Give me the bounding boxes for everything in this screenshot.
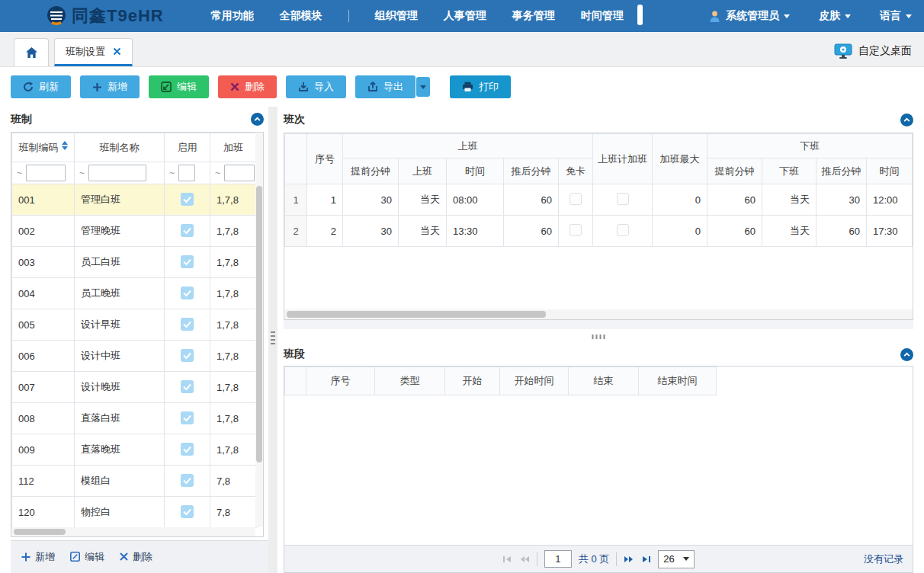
navbar-right: 系统管理员 皮肤 语言 — [708, 0, 912, 32]
table-row[interactable]: 005设计早班1,7,8 — [12, 309, 257, 341]
col-header-on-day[interactable]: 上班 — [399, 158, 447, 184]
table-row[interactable]: 112模组白7,8 — [12, 466, 257, 497]
skin-menu[interactable]: 皮肤 — [819, 9, 851, 23]
col-header-off-time[interactable]: 时间 — [867, 158, 913, 184]
customize-desktop-button[interactable]: 自定义桌面 — [834, 43, 912, 59]
horizontal-scrollbar[interactable] — [11, 527, 255, 536]
col-header-post-minutes[interactable]: 推后分钟 — [504, 158, 559, 184]
collapse-button[interactable] — [900, 348, 913, 361]
user-menu[interactable]: 系统管理员 — [708, 9, 790, 23]
vertical-splitter[interactable] — [268, 107, 278, 573]
menu-affairs-management[interactable]: 事务管理 — [512, 9, 555, 23]
col-header-start[interactable]: 开始 — [445, 367, 500, 395]
checkbox-checked-icon[interactable] — [181, 255, 194, 268]
refresh-icon — [23, 82, 34, 92]
col-header-off-day[interactable]: 下班 — [762, 158, 817, 184]
checkbox-checked-icon[interactable] — [181, 443, 194, 456]
checkbox-unchecked-icon[interactable] — [569, 224, 582, 236]
table-row[interactable]: 001管理白班1,7,8 — [12, 184, 257, 216]
col-header-pre-minutes[interactable]: 提前分钟 — [343, 158, 399, 184]
menu-org-management[interactable]: 组织管理 — [375, 9, 418, 23]
print-button[interactable]: 打印 — [450, 75, 511, 98]
menu-common-functions[interactable]: 常用功能 — [211, 9, 254, 23]
filter-code-input[interactable] — [26, 165, 66, 181]
col-header-enabled[interactable]: 启用 — [165, 133, 210, 162]
col-header-type[interactable]: 类型 — [375, 367, 445, 395]
col-header-pre-minutes-off[interactable]: 提前分钟 — [707, 158, 762, 184]
collapse-button[interactable] — [900, 114, 913, 126]
col-header-overtime[interactable]: 加班 — [210, 133, 257, 162]
menu-time-management[interactable]: 时间管理 — [581, 9, 624, 23]
vertical-scrollbar[interactable] — [255, 133, 263, 527]
tab-home[interactable] — [14, 38, 49, 66]
page-number-input[interactable] — [544, 550, 572, 568]
filter-name-input[interactable] — [88, 165, 146, 181]
delete-button[interactable]: 删除 — [218, 75, 277, 98]
footer-add-link[interactable]: 新增 — [21, 550, 55, 564]
export-dropdown-button[interactable] — [416, 77, 430, 97]
filter-overtime-input[interactable] — [224, 165, 255, 181]
checkbox-checked-icon[interactable] — [181, 505, 194, 518]
col-group-on-duty: 上班 — [343, 134, 593, 158]
first-page-button[interactable] — [502, 555, 512, 564]
table-row[interactable]: 004员工晚班1,7,8 — [12, 278, 257, 309]
checkbox-unchecked-icon[interactable] — [569, 193, 582, 205]
menu-hr-management[interactable]: 人事管理 — [444, 9, 486, 23]
col-header-onduty-overtime[interactable]: 上班计加班 — [593, 134, 653, 184]
filter-enabled-input[interactable] — [178, 165, 195, 181]
collapse-button[interactable] — [251, 113, 264, 126]
col-header-seq[interactable]: 序号 — [306, 367, 375, 395]
checkbox-checked-icon[interactable] — [181, 318, 194, 331]
splitter-handle-icon — [271, 331, 275, 344]
col-header-max-overtime[interactable]: 加班最大 — [653, 134, 707, 184]
plus-icon — [21, 552, 30, 562]
checkbox-checked-icon[interactable] — [181, 474, 194, 487]
import-button[interactable]: 导入 — [286, 75, 346, 98]
table-row[interactable]: 120物控白7,8 — [12, 497, 257, 528]
col-header-seq[interactable]: 序号 — [307, 134, 343, 184]
table-row[interactable]: 002管理晚班1,7,8 — [12, 216, 257, 247]
desktop-settings-icon — [834, 43, 852, 59]
edit-button[interactable]: 编辑 — [149, 75, 209, 98]
table-row[interactable]: 006设计中班1,7,8 — [12, 341, 257, 372]
checkbox-unchecked-icon[interactable] — [617, 224, 629, 236]
page-size-select[interactable]: 26 — [658, 550, 695, 568]
tab-shift-settings[interactable]: 班制设置 — [54, 38, 133, 66]
prev-page-button[interactable] — [519, 555, 530, 564]
last-page-button[interactable] — [641, 555, 651, 564]
checkbox-unchecked-icon[interactable] — [617, 193, 629, 205]
language-menu[interactable]: 语言 — [880, 9, 912, 23]
checkbox-checked-icon[interactable] — [181, 193, 194, 206]
export-button[interactable]: 导出 — [355, 75, 415, 98]
checkbox-checked-icon[interactable] — [181, 411, 194, 424]
col-header-end[interactable]: 结束 — [569, 367, 639, 395]
next-page-button[interactable] — [624, 555, 634, 564]
table-row[interactable]: 003员工白班1,7,8 — [12, 247, 257, 278]
add-button[interactable]: 新增 — [80, 75, 140, 98]
table-row[interactable]: 2 2 30 当天 13:30 60 0 60 当天 60 — [285, 216, 913, 247]
col-header-on-time[interactable]: 时间 — [447, 158, 504, 184]
checkbox-checked-icon[interactable] — [181, 349, 194, 362]
checkbox-checked-icon[interactable] — [181, 224, 194, 237]
col-header-name[interactable]: 班制名称 — [75, 133, 165, 162]
col-header-end-time[interactable]: 结束时间 — [639, 367, 717, 395]
footer-delete-link[interactable]: 删除 — [120, 550, 152, 564]
table-row[interactable]: 009直落晚班1,7,8 — [12, 434, 257, 466]
edit-icon — [161, 82, 172, 92]
horizontal-scrollbar[interactable] — [284, 309, 913, 319]
footer-edit-link[interactable]: 编辑 — [70, 550, 104, 564]
refresh-button[interactable]: 刷新 — [11, 75, 71, 98]
nav-scroll-indicator[interactable] — [637, 5, 643, 25]
table-row[interactable]: 008直落白班1,7,8 — [12, 403, 257, 434]
col-header-post-minutes-off[interactable]: 推后分钟 — [817, 158, 867, 184]
close-icon[interactable] — [113, 47, 121, 56]
col-header-code[interactable]: 班制编码 — [12, 133, 75, 162]
table-row[interactable]: 007设计晚班1,7,8 — [12, 372, 257, 403]
menu-all-modules[interactable]: 全部模块 — [280, 9, 322, 23]
checkbox-checked-icon[interactable] — [181, 286, 194, 299]
checkbox-checked-icon[interactable] — [181, 380, 194, 393]
horizontal-splitter[interactable] — [284, 329, 913, 343]
col-header-free-card[interactable]: 免卡 — [559, 158, 593, 184]
col-header-start-time[interactable]: 开始时间 — [500, 367, 569, 395]
table-row[interactable]: 1 1 30 当天 08:00 60 0 60 当天 30 — [285, 184, 913, 216]
